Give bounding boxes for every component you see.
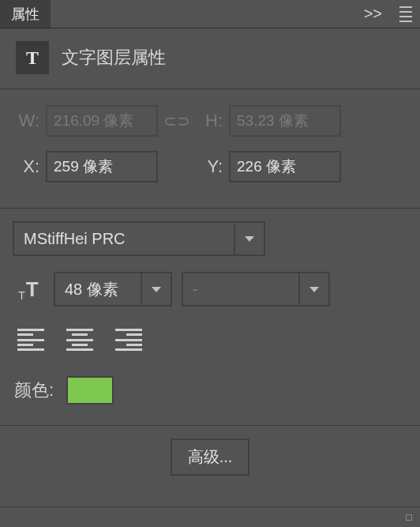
height-input (229, 105, 341, 137)
character-block: MStiffHei PRC TT 48 像素 - (0, 209, 420, 425)
panel-menu-button[interactable] (392, 0, 420, 28)
section-header: T 文字图层属性 (0, 28, 420, 88)
font-family-dropdown-button[interactable] (234, 221, 265, 256)
collapse-panel-button[interactable]: >> (354, 0, 392, 28)
height-label: H: (196, 111, 229, 131)
color-swatch[interactable] (66, 376, 114, 405)
link-dimensions-icon[interactable]: ⊂⊃ (158, 111, 196, 130)
x-label: X: (13, 156, 46, 177)
font-style-select[interactable]: - (182, 272, 330, 307)
hamburger-icon (399, 6, 412, 22)
x-input[interactable] (46, 151, 158, 183)
type-layer-icon: T (16, 41, 49, 74)
align-center-button[interactable] (66, 329, 93, 351)
width-label: W: (13, 111, 46, 131)
font-size-dropdown-button[interactable] (141, 272, 172, 307)
alignment-group (13, 329, 407, 370)
panel-tab-bar: 属性 >> (0, 0, 420, 28)
align-left-button[interactable] (17, 329, 44, 351)
width-input (46, 105, 158, 137)
chevron-down-icon (309, 287, 319, 292)
font-size-select[interactable]: 48 像素 (54, 272, 172, 307)
font-size-icon: TT (13, 277, 44, 302)
font-family-value[interactable]: MStiffHei PRC (13, 221, 234, 256)
font-style-dropdown-button[interactable] (298, 272, 330, 307)
chevron-down-icon (152, 287, 161, 292)
panel-footer (0, 506, 420, 527)
chevron-down-icon (245, 236, 254, 242)
section-title: 文字图层属性 (62, 46, 166, 70)
footer-icon[interactable] (406, 514, 412, 521)
advanced-button[interactable]: 高级... (171, 439, 250, 476)
properties-tab[interactable]: 属性 (0, 0, 51, 28)
align-right-button[interactable] (115, 329, 142, 351)
font-style-value[interactable]: - (182, 272, 298, 307)
y-label: Y: (196, 156, 229, 177)
transform-block: W: ⊂⊃ H: X: Y: (0, 89, 420, 208)
font-family-select[interactable]: MStiffHei PRC (13, 221, 265, 256)
y-input[interactable] (229, 151, 341, 183)
color-label: 颜色: (14, 378, 54, 402)
font-size-value[interactable]: 48 像素 (54, 272, 141, 307)
